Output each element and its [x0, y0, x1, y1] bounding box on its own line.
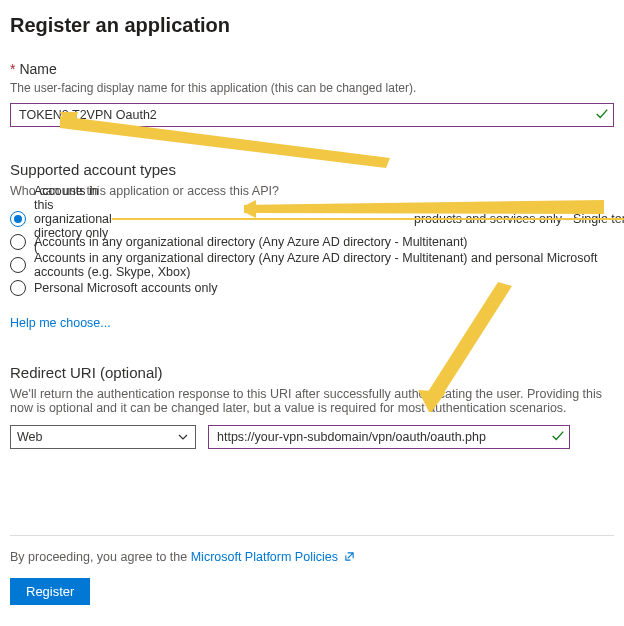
- radio-icon: [10, 280, 26, 296]
- redirect-uri-input[interactable]: [215, 429, 547, 445]
- external-link-icon: [344, 551, 355, 562]
- chevron-down-icon: [177, 431, 189, 443]
- divider: [10, 535, 614, 536]
- account-type-struck-0: products and services only - Single tena…: [112, 212, 624, 226]
- name-input-wrap[interactable]: [10, 103, 614, 127]
- platform-value: Web: [17, 430, 42, 444]
- account-type-option-0[interactable]: Accounts in this organizational director…: [10, 208, 614, 230]
- name-label: *Name: [10, 61, 614, 77]
- platform-select[interactable]: Web: [10, 425, 196, 449]
- redirect-title: Redirect URI (optional): [10, 364, 614, 381]
- policies-link[interactable]: Microsoft Platform Policies: [191, 550, 338, 564]
- account-type-label-3: Personal Microsoft accounts only: [34, 281, 217, 295]
- account-type-option-3[interactable]: Personal Microsoft accounts only: [10, 277, 614, 299]
- required-star: *: [10, 61, 15, 77]
- checkmark-icon: [551, 429, 565, 443]
- radio-icon: [10, 234, 26, 250]
- checkmark-icon: [595, 107, 609, 121]
- svg-marker-4: [424, 282, 512, 402]
- name-description: The user-facing display name for this ap…: [10, 81, 614, 95]
- account-types-title: Supported account types: [10, 161, 614, 178]
- name-input[interactable]: [17, 107, 591, 123]
- page-title: Register an application: [10, 14, 614, 37]
- redirect-desc: We'll return the authentication response…: [10, 387, 614, 415]
- policies-text: By proceeding, you agree to the Microsof…: [10, 550, 614, 564]
- register-button[interactable]: Register: [10, 578, 90, 605]
- redirect-uri-wrap[interactable]: [208, 425, 570, 449]
- account-type-label-2: Accounts in any organizational directory…: [34, 251, 614, 279]
- radio-icon: [10, 257, 26, 273]
- help-me-choose-link[interactable]: Help me choose...: [10, 316, 111, 330]
- account-type-option-2[interactable]: Accounts in any organizational directory…: [10, 254, 614, 276]
- radio-icon: [10, 211, 26, 227]
- account-type-label-1: Accounts in any organizational directory…: [34, 235, 468, 249]
